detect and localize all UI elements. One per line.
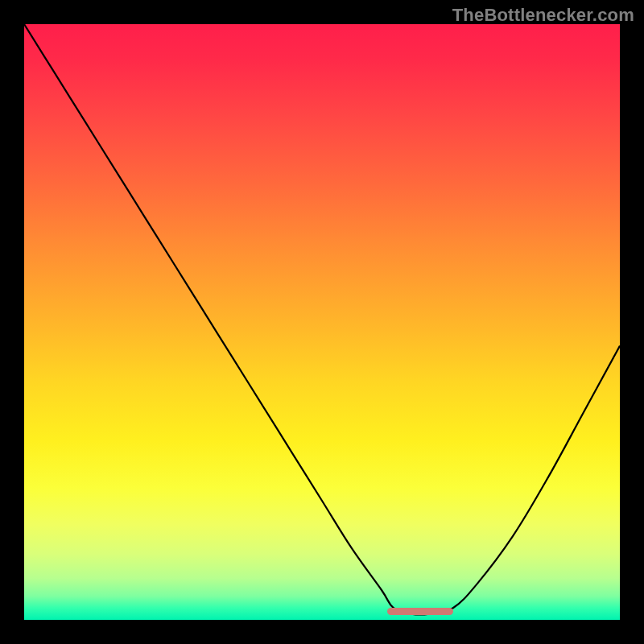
plot-area	[24, 24, 620, 620]
curve-layer	[24, 24, 620, 620]
bottleneck-curve	[24, 24, 620, 615]
watermark-text: TheBottlenecker.com	[452, 5, 634, 26]
chart-stage: TheBottlenecker.com	[0, 0, 644, 644]
optimal-zone-marker	[387, 608, 452, 615]
